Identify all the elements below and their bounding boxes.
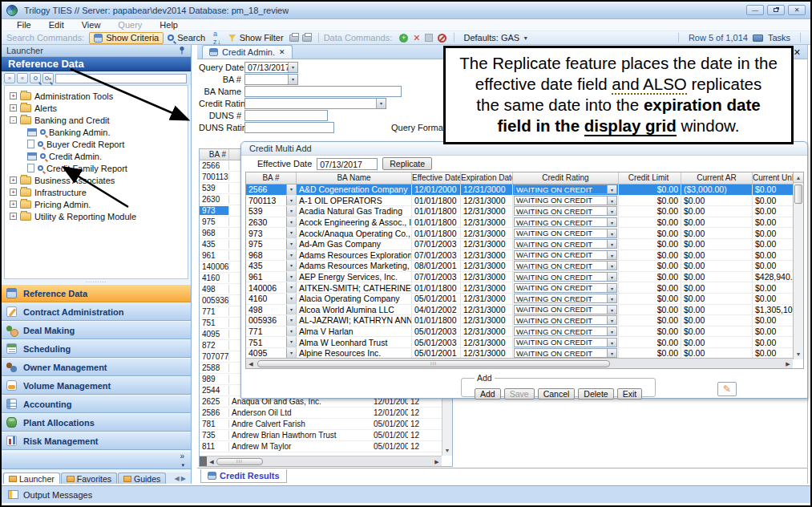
credit-rating-cell[interactable]: WAITING ON CREDIT▾ (513, 315, 619, 326)
tree-expander-icon[interactable]: + (10, 92, 17, 99)
module-plant-allocations[interactable]: Plant Allocations (2, 413, 191, 432)
credit-rating-dropdown-icon[interactable]: ▾ (607, 262, 616, 270)
tab-launcher[interactable]: Launcher (3, 473, 60, 484)
ba-cell[interactable]: 4160▾ (246, 294, 297, 304)
ba-dropdown-icon[interactable]: ▾ (286, 228, 296, 238)
show-criteria-button[interactable]: Show Criteria (89, 32, 164, 44)
tree-expander-icon[interactable]: + (10, 176, 17, 184)
ba-dropdown-icon[interactable]: ▾ (286, 250, 296, 261)
ba-cell[interactable]: 771▾ (246, 327, 297, 337)
credit-rating-cell[interactable]: WAITING ON CREDIT▾ (513, 196, 619, 206)
ba-dropdown-icon[interactable]: ▾ (286, 315, 296, 326)
module-contract-administration[interactable]: Contract Administration (2, 302, 191, 321)
column-header-ba[interactable]: BA # (246, 172, 297, 184)
multi-add-row[interactable]: 4160▾ Alacia Operating Company 05/01/200… (246, 294, 793, 305)
column-header-ba-name[interactable]: BA Name (297, 172, 412, 184)
module-deal-making[interactable]: Deal Making (2, 321, 191, 339)
credit-rating-field[interactable]: ▾ (244, 98, 386, 109)
multi-add-row[interactable]: 005936▾ AL-JAZRAWI; KATHRYN ANN 01/01/18… (246, 315, 793, 327)
scroll-up-icon[interactable]: ▲ (794, 172, 803, 183)
export-icon[interactable] (289, 34, 299, 42)
credit-rating-cell[interactable]: WAITING ON CREDIT▾ (513, 261, 619, 271)
ba-cell[interactable]: 140006▾ (246, 282, 297, 293)
defaults-dropdown[interactable]: Defaults: GAS ▼ (459, 32, 532, 44)
credit-rating-cell[interactable]: WAITING ON CREDIT▾ (513, 327, 619, 337)
multi-add-row[interactable]: 975▾ Ad-Am Gas Company 07/01/2003 12/31/… (246, 239, 793, 250)
module-owner-management[interactable]: Owner Management (2, 358, 191, 376)
show-filter-button[interactable]: Show Filter (224, 32, 288, 44)
ba-cell[interactable]: 2630▾ (246, 217, 297, 228)
ba-field[interactable]: ▾ (244, 74, 298, 85)
duns-field[interactable] (244, 110, 328, 121)
scroll-left-icon[interactable]: ◀ (246, 359, 256, 368)
chevron-down-icon[interactable]: ▾ (288, 75, 297, 84)
save-record-icon[interactable] (425, 34, 433, 42)
credit-rating-dropdown-icon[interactable]: ▾ (607, 197, 616, 205)
scroll-right-icon[interactable]: ▶ (783, 359, 793, 368)
query-date-field[interactable]: 07/13/2017▾ (244, 62, 298, 73)
credit-rating-dropdown-icon[interactable]: ▾ (607, 316, 616, 324)
tasks-button[interactable]: Tasks (768, 33, 790, 43)
column-header-current-ar[interactable]: Current AR (681, 172, 753, 184)
print-icon[interactable] (302, 34, 312, 42)
multi-add-grid-header[interactable]: BA #BA NameEffective DateExpiration Date… (246, 172, 793, 185)
module-accounting[interactable]: Accounting (2, 395, 191, 413)
tab-scroll-arrows[interactable]: ◀ ▶ (174, 475, 191, 482)
tree-search-filtered-button[interactable] (42, 73, 54, 83)
ba-cell[interactable]: 700113▾ (246, 196, 297, 206)
module-reference-data[interactable]: Reference Data (2, 284, 191, 302)
multi-add-row[interactable]: 700113▾ A-1 OIL OPERATORS 01/01/1800 12/… (246, 196, 793, 207)
ba-name-field[interactable] (244, 86, 402, 97)
tree-item-buyer-credit-report[interactable]: Buyer Credit Report (5, 138, 188, 150)
ba-dropdown-icon[interactable]: ▾ (286, 337, 296, 347)
collapse-all-button[interactable]: » (4, 73, 15, 83)
scrollbar-thumb[interactable] (794, 185, 802, 204)
ba-cell[interactable]: 751▾ (246, 337, 297, 347)
panel-close-icon[interactable]: ✕ (794, 47, 801, 58)
results-horizontal-scrollbar[interactable]: ◀ III ▶ (200, 456, 442, 466)
ba-cell[interactable]: 961▾ (246, 272, 297, 282)
multi-add-row[interactable]: 2630▾ Acock Engineering & Assoc., Inc 01… (246, 217, 793, 229)
scroll-down-icon[interactable]: ▼ (794, 349, 803, 359)
close-button[interactable]: ✕ (788, 5, 806, 15)
ba-dropdown-icon[interactable]: ▾ (286, 185, 296, 195)
tree-item-credit-family-report[interactable]: Credit Family Report (5, 162, 188, 174)
multi-add-row[interactable]: 771▾ Alma V Harlan 05/01/2003 12/31/3000… (246, 327, 793, 338)
tab-credit-admin[interactable]: Credit Admin. ✕ (202, 45, 293, 59)
ba-cell[interactable]: 973▾ (246, 228, 297, 238)
multi-add-row[interactable]: 961▾ AEP Energy Services, Inc. 07/01/200… (246, 272, 793, 283)
ba-cell[interactable]: 4095▾ (246, 348, 297, 359)
tree-item-utility-reporting-module[interactable]: +Utility & Reporting Module (5, 210, 188, 222)
search-button[interactable]: Search (164, 32, 209, 44)
scroll-down-icon[interactable]: ▼ (442, 446, 452, 456)
multi-add-row[interactable]: 2566▾ A&D Cogeneration Company 12/01/200… (246, 185, 793, 196)
delete-record-icon[interactable]: ✕ (413, 33, 420, 43)
credit-rating-cell[interactable]: WAITING ON CREDIT▾ (513, 282, 619, 293)
column-header-expiration-date[interactable]: Expiration Date (461, 172, 513, 184)
module-scheduling[interactable]: Scheduling (2, 339, 191, 358)
credit-rating-cell[interactable]: WAITING ON CREDIT▾ (513, 348, 619, 359)
ba-dropdown-icon[interactable]: ▾ (286, 294, 296, 304)
tab-credit-results[interactable]: Credit Results (200, 469, 287, 483)
ba-cell[interactable]: 005936▾ (246, 315, 297, 326)
credit-rating-cell[interactable]: WAITING ON CREDIT▾ (513, 206, 619, 217)
credit-rating-dropdown-icon[interactable]: ▾ (607, 284, 616, 292)
results-row[interactable]: 735 Andrew Brian Hawthorn Trust 05/01/20… (200, 430, 442, 441)
ba-dropdown-icon[interactable]: ▾ (286, 305, 296, 315)
minimize-button[interactable]: — (746, 5, 764, 15)
ba-dropdown-icon[interactable]: ▾ (286, 272, 296, 282)
exit-button[interactable]: Exit (617, 388, 643, 400)
scroll-right-icon[interactable]: ▶ (432, 457, 442, 466)
credit-rating-cell[interactable]: WAITING ON CREDIT▾ (513, 228, 619, 238)
menu-edit[interactable]: Edit (40, 20, 73, 30)
ba-dropdown-icon[interactable]: ▾ (286, 327, 296, 337)
tree-item-alerts[interactable]: +Alerts (5, 102, 188, 114)
duns-rating-field[interactable] (244, 122, 334, 133)
ba-cell[interactable]: 2566▾ (246, 185, 297, 195)
multi-add-row[interactable]: 539▾ Acadia Natural Gas Trading 01/01/18… (246, 206, 793, 217)
ba-dropdown-icon[interactable]: ▾ (286, 196, 296, 206)
tree-item-banking-and-credit[interactable]: -Banking and Credit (5, 114, 188, 126)
module-volume-management[interactable]: Volume Management (2, 376, 191, 395)
ba-cell[interactable]: 498▾ (246, 305, 297, 315)
tab-close-icon[interactable]: ✕ (279, 48, 285, 56)
